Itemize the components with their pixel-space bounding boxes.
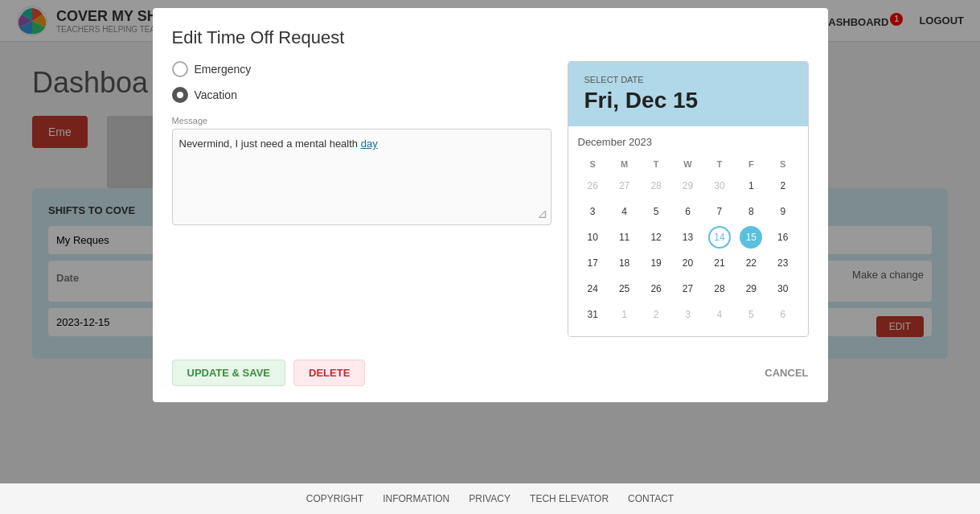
update-save-button[interactable]: UPDATE & SAVE xyxy=(172,360,286,386)
calendar-day[interactable]: 28 xyxy=(645,175,667,197)
modal-body: Emergency Vacation Message Nevermind, I … xyxy=(153,61,828,350)
calendar-day[interactable]: 14 xyxy=(708,226,731,249)
calendar-grid: SMTWTFS262728293012345678910111213141516… xyxy=(578,156,798,327)
modal-title: Edit Time Off Request xyxy=(153,8,828,61)
calendar-day[interactable]: 7 xyxy=(708,200,731,223)
calendar-day[interactable]: 16 xyxy=(772,226,794,249)
calendar-day[interactable]: 1 xyxy=(613,303,636,326)
calendar-day[interactable]: 6 xyxy=(676,200,699,223)
radio-group: Emergency Vacation xyxy=(172,61,552,103)
day-header: T xyxy=(704,156,734,172)
calendar-day[interactable]: 9 xyxy=(772,200,794,223)
calendar-day[interactable]: 30 xyxy=(772,278,794,300)
calendar-day[interactable]: 2 xyxy=(772,175,794,197)
calendar-day[interactable]: 10 xyxy=(581,226,604,249)
calendar-day[interactable]: 5 xyxy=(740,303,762,326)
select-date-label: SELECT DATE xyxy=(584,75,792,84)
calendar-day[interactable]: 8 xyxy=(740,200,762,223)
calendar-day[interactable]: 29 xyxy=(740,278,762,300)
day-header: S xyxy=(578,156,608,172)
footer-actions-left: UPDATE & SAVE DELETE xyxy=(172,360,366,386)
calendar-day[interactable]: 24 xyxy=(581,278,604,300)
radio-emergency-circle xyxy=(172,61,188,77)
calendar-day[interactable]: 11 xyxy=(613,226,636,249)
calendar-day[interactable]: 2 xyxy=(645,303,667,326)
calendar-day[interactable]: 5 xyxy=(645,200,667,223)
calendar-day[interactable]: 18 xyxy=(613,252,636,274)
footer-link[interactable]: CONTACT xyxy=(628,493,674,504)
radio-emergency[interactable]: Emergency xyxy=(172,61,552,77)
calendar-day[interactable]: 29 xyxy=(676,175,699,197)
calendar-day[interactable]: 13 xyxy=(676,226,699,249)
calendar-day[interactable]: 4 xyxy=(613,200,636,223)
radio-emergency-label: Emergency xyxy=(195,63,252,76)
modal-overlay: Edit Time Off Request Emergency Vacation xyxy=(0,0,980,514)
delete-button[interactable]: DELETE xyxy=(293,360,365,386)
calendar-day[interactable]: 6 xyxy=(772,303,794,326)
message-container[interactable]: Nevermind, I just need a mental health d… xyxy=(172,129,552,225)
cancel-button[interactable]: CANCEL xyxy=(765,367,808,379)
calendar-day[interactable]: 30 xyxy=(708,175,731,197)
calendar-day[interactable]: 31 xyxy=(581,303,604,326)
calendar-day[interactable]: 20 xyxy=(676,252,699,274)
footer-link[interactable]: INFORMATION xyxy=(383,493,449,504)
page-footer: COPYRIGHTINFORMATIONPRIVACYTECH ELEVATOR… xyxy=(0,483,980,514)
radio-vacation-label: Vacation xyxy=(195,88,237,101)
calendar-day[interactable]: 21 xyxy=(708,252,731,274)
message-group: Message Nevermind, I just need a mental … xyxy=(172,116,552,225)
calendar-day[interactable]: 27 xyxy=(613,175,636,197)
calendar-day[interactable]: 1 xyxy=(740,175,762,197)
day-header: W xyxy=(673,156,703,172)
calendar-day[interactable]: 25 xyxy=(613,278,636,300)
footer-link[interactable]: COPYRIGHT xyxy=(306,493,363,504)
edit-modal: Edit Time Off Request Emergency Vacation xyxy=(153,8,828,402)
day-header: F xyxy=(736,156,766,172)
calendar-header-date: Fri, Dec 15 xyxy=(584,88,792,113)
radio-vacation[interactable]: Vacation xyxy=(172,87,552,103)
calendar-body: December 2023 SMTWTFS2627282930123456789… xyxy=(568,126,808,336)
day-header: T xyxy=(641,156,670,172)
calendar-day[interactable]: 26 xyxy=(645,278,667,300)
calendar-day[interactable]: 26 xyxy=(581,175,604,197)
calendar-day[interactable]: 22 xyxy=(740,252,762,274)
footer-link[interactable]: TECH ELEVATOR xyxy=(530,493,609,504)
footer-link[interactable]: PRIVACY xyxy=(469,493,511,504)
message-text: Nevermind, I just need a mental health d… xyxy=(179,138,378,150)
calendar-day[interactable]: 27 xyxy=(676,278,699,300)
calendar-header: SELECT DATE Fri, Dec 15 xyxy=(568,62,808,126)
modal-form: Emergency Vacation Message Nevermind, I … xyxy=(172,61,552,337)
calendar-day[interactable]: 3 xyxy=(581,200,604,223)
calendar-day[interactable]: 4 xyxy=(708,303,731,326)
calendar-day[interactable]: 17 xyxy=(581,252,604,274)
calendar-panel: SELECT DATE Fri, Dec 15 December 2023 SM… xyxy=(568,61,809,337)
calendar-day[interactable]: 15 xyxy=(740,226,762,249)
calendar-day[interactable]: 3 xyxy=(676,303,699,326)
modal-footer: UPDATE & SAVE DELETE CANCEL xyxy=(153,350,828,402)
calendar-day[interactable]: 19 xyxy=(645,252,667,274)
calendar-month: December 2023 xyxy=(578,136,798,148)
radio-vacation-circle xyxy=(172,87,188,103)
calendar-day[interactable]: 12 xyxy=(645,226,667,249)
day-header: S xyxy=(768,156,798,172)
message-link: day xyxy=(361,138,378,150)
calendar-day[interactable]: 23 xyxy=(772,252,794,274)
message-label: Message xyxy=(172,116,552,125)
calendar-day[interactable]: 28 xyxy=(708,278,731,300)
day-header: M xyxy=(609,156,639,172)
